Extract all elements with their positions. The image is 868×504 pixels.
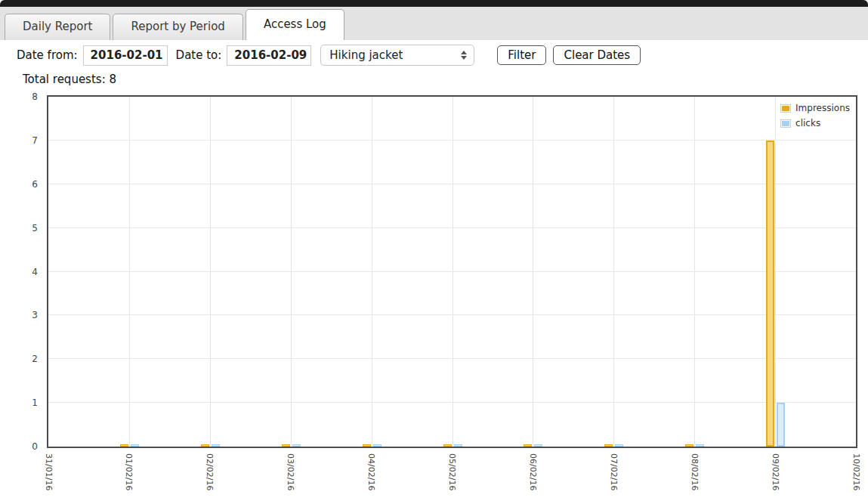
legend-swatch-icon [780, 104, 791, 113]
legend-item: clicks [780, 118, 850, 128]
x-axis-tick-label: 10/02/16 [851, 453, 861, 490]
x-axis-tick-label: 02/02/16 [205, 453, 215, 490]
vertical-gridline [372, 97, 372, 447]
date-from-label: Date from: [17, 48, 78, 62]
horizontal-gridline [48, 184, 856, 184]
tab-daily-report[interactable]: Daily Report [5, 14, 110, 40]
vertical-gridline [533, 97, 533, 447]
impressions-bar [120, 444, 128, 447]
product-select[interactable]: Hiking jacket [320, 45, 474, 66]
impressions-bar [363, 444, 371, 447]
vertical-gridline [694, 97, 695, 447]
legend: Impressionsclicks [780, 103, 850, 128]
y-axis-tick-label: 1 [0, 397, 38, 408]
y-axis-tick-label: 8 [0, 91, 38, 102]
x-axis-tick-label: 04/02/16 [366, 453, 376, 490]
horizontal-gridline [48, 140, 856, 141]
legend-label: Impressions [795, 103, 850, 113]
clicks-bar [292, 444, 301, 447]
filter-toolbar: Date from: Date to: Hiking jacket Filter… [0, 40, 868, 70]
vertical-gridline [291, 97, 292, 447]
tab-bar: Daily Report Report by Period Access Log [0, 7, 868, 40]
horizontal-gridline [48, 314, 856, 315]
x-axis-tick-label: 08/02/16 [690, 453, 700, 490]
impressions-bar [604, 444, 613, 447]
clear-dates-button[interactable]: Clear Dates [553, 45, 641, 65]
x-axis-tick-label: 01/02/16 [124, 453, 134, 490]
date-to-label: Date to: [176, 48, 222, 62]
vertical-gridline [129, 97, 130, 447]
vertical-gridline [613, 97, 614, 447]
y-axis-tick-label: 3 [0, 310, 38, 320]
select-updown-arrows-icon [461, 51, 467, 60]
tab-access-log[interactable]: Access Log [246, 9, 344, 40]
clicks-bar [534, 444, 542, 447]
clicks-bar [454, 444, 462, 447]
clicks-bar [212, 444, 220, 447]
x-axis-tick-label: 06/02/16 [528, 453, 538, 490]
x-axis-tick-label: 07/02/16 [609, 453, 619, 490]
horizontal-gridline [48, 402, 856, 403]
filter-button[interactable]: Filter [497, 45, 546, 65]
impressions-bar [766, 141, 774, 447]
horizontal-gridline [48, 227, 856, 228]
impressions-bar [524, 444, 532, 447]
legend-label: clicks [795, 118, 820, 128]
total-requests-label: Total requests: 8 [23, 73, 868, 87]
x-axis-tick-label: 05/02/16 [447, 453, 457, 490]
vertical-gridline [775, 97, 776, 447]
horizontal-gridline [48, 271, 856, 272]
y-axis-tick-label: 0 [0, 441, 38, 452]
y-axis-tick-label: 2 [0, 354, 38, 364]
product-select-value: Hiking jacket [329, 48, 403, 62]
plot-area: Impressionsclicks [47, 95, 857, 448]
legend-swatch-icon [780, 119, 791, 128]
impressions-bar [685, 444, 693, 447]
clicks-bar [131, 444, 139, 447]
clicks-bar [373, 444, 381, 447]
impressions-bar [201, 444, 209, 447]
impressions-bar [282, 444, 290, 447]
x-axis-tick-label: 31/01/16 [44, 453, 54, 490]
clicks-bar [615, 444, 623, 447]
y-axis-tick-label: 5 [0, 223, 38, 233]
window-titlebar [0, 0, 868, 7]
x-axis-tick-label: 09/02/16 [771, 453, 780, 490]
impressions-bar [443, 444, 452, 447]
access-log-chart: Impressionsclicks 01234567831/01/1601/02… [0, 95, 868, 503]
date-from-input[interactable] [83, 45, 168, 66]
y-axis-tick-label: 4 [0, 267, 38, 277]
legend-item: Impressions [780, 103, 850, 113]
tab-report-by-period[interactable]: Report by Period [113, 14, 242, 40]
horizontal-gridline [48, 358, 856, 359]
vertical-gridline [453, 97, 453, 447]
date-to-input[interactable] [227, 45, 311, 66]
y-axis-tick-label: 6 [0, 179, 38, 190]
clicks-bar [777, 403, 785, 447]
clicks-bar [696, 444, 704, 447]
y-axis-tick-label: 7 [0, 135, 38, 146]
x-axis-tick-label: 03/02/16 [286, 453, 295, 490]
vertical-gridline [210, 97, 211, 447]
